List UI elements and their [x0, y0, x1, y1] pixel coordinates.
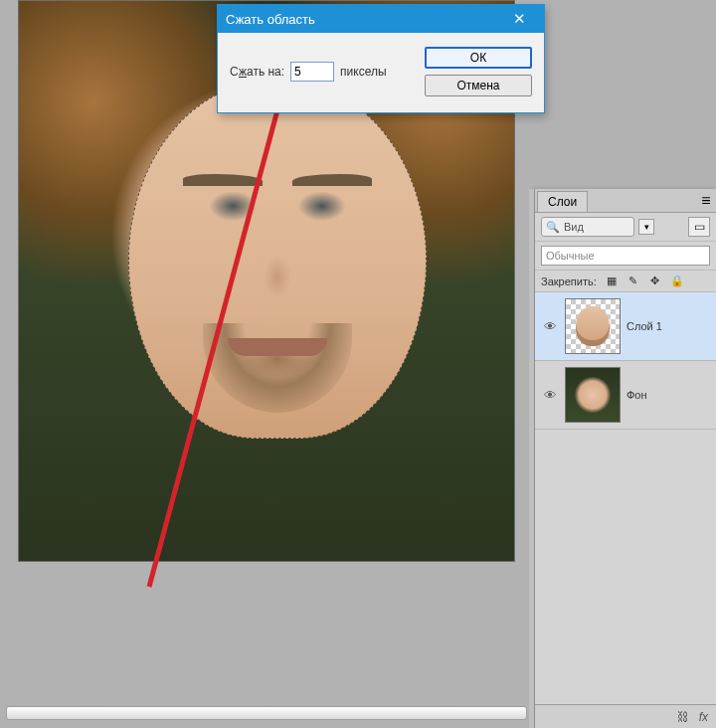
layer-name[interactable]: Слой 1 — [626, 320, 662, 332]
contract-selection-dialog: Сжать область ✕ Сжать на: пикселы ОК Отм… — [217, 4, 545, 113]
panel-drag-handle[interactable] — [529, 189, 535, 728]
lock-brush-icon[interactable]: ✎ — [626, 274, 640, 287]
fx-icon[interactable]: fx — [699, 710, 708, 724]
tab-layers[interactable]: Слои — [537, 191, 588, 212]
layers-panel-footer: ⛓ fx — [535, 704, 716, 728]
layer-name[interactable]: Фон — [626, 389, 647, 401]
cancel-button[interactable]: Отмена — [425, 75, 532, 96]
selection-marquee — [128, 81, 427, 439]
layers-panel: Слои ≡ 🔍 Вид ▾ ▭ Закрепить: ▦ ✎ ✥ 🔒 👁 Сл… — [534, 189, 716, 728]
blend-mode-select[interactable] — [541, 246, 710, 266]
contract-by-input[interactable] — [290, 62, 334, 82]
unit-label: пикселы — [340, 65, 387, 79]
visibility-icon[interactable]: 👁 — [541, 388, 559, 403]
dialog-titlebar[interactable]: Сжать область ✕ — [218, 5, 544, 33]
link-layers-icon[interactable]: ⛓ — [677, 710, 689, 724]
close-icon[interactable]: ✕ — [502, 5, 536, 33]
filter-toggle-icon[interactable]: ▭ — [688, 217, 710, 237]
dialog-title: Сжать область — [226, 12, 315, 27]
layer-filter-type[interactable]: 🔍 Вид — [541, 217, 634, 237]
visibility-icon[interactable]: 👁 — [541, 319, 559, 334]
panel-menu-icon[interactable]: ≡ — [696, 189, 716, 212]
search-icon: 🔍 — [546, 221, 560, 234]
lock-label: Закрепить: — [541, 275, 597, 287]
lock-all-icon[interactable]: 🔒 — [670, 274, 684, 287]
lock-pixels-icon[interactable]: ▦ — [605, 274, 619, 287]
lock-move-icon[interactable]: ✥ — [648, 274, 662, 287]
layers-list: 👁 Слой 1 👁 Фон — [535, 292, 716, 430]
layer-row[interactable]: 👁 Фон — [535, 361, 716, 430]
layer-thumbnail[interactable] — [565, 367, 621, 423]
layer-thumbnail[interactable] — [565, 298, 621, 354]
status-bar — [6, 706, 527, 720]
ok-button[interactable]: ОК — [425, 47, 532, 69]
contract-by-label: Сжать на: — [230, 65, 284, 79]
layer-row[interactable]: 👁 Слой 1 — [535, 292, 716, 361]
chevron-down-icon[interactable]: ▾ — [638, 219, 654, 235]
